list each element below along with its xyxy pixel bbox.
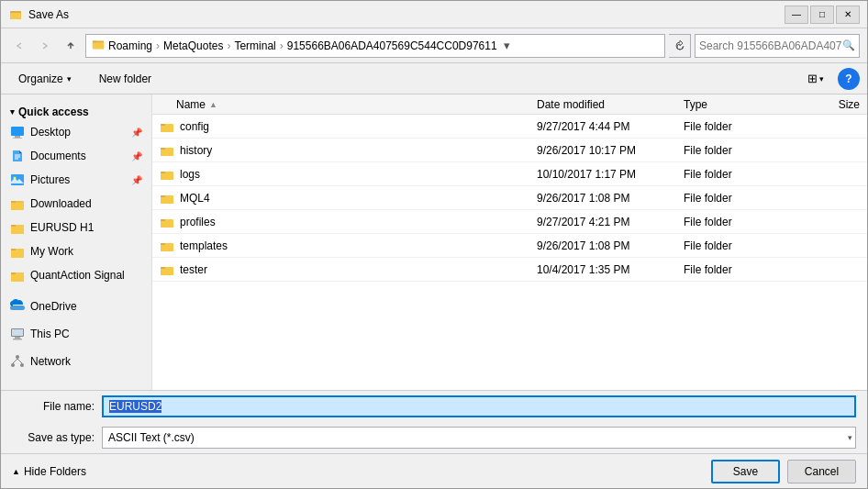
file-type-cell: File folder [684, 168, 794, 181]
save-button[interactable]: Save [711, 460, 780, 483]
svg-rect-27 [10, 306, 25, 310]
network-label: Network [30, 355, 71, 368]
filetype-row: Save as type: ASCII Text (*.csv)CSV (*.c… [1, 422, 867, 453]
file-rows-container: config 9/27/2017 4:44 PM File folder his… [152, 115, 867, 282]
organize-button[interactable]: Organize ▾ [8, 68, 82, 90]
sidebar-item-desktop[interactable]: Desktop 📌 [1, 120, 151, 144]
sidebar-item-pictures[interactable]: Pictures 📌 [1, 168, 151, 192]
view-dropdown-icon: ▾ [819, 74, 824, 83]
svg-rect-53 [161, 245, 173, 251]
file-type-cell: File folder [684, 263, 794, 276]
svg-point-33 [11, 363, 15, 367]
cancel-button[interactable]: Cancel [787, 460, 856, 483]
sidebar-item-eurusd[interactable]: EURUSD H1 [1, 216, 151, 239]
hide-folders-button[interactable]: ▲ Hide Folders [12, 465, 704, 478]
filename-input[interactable] [102, 395, 856, 417]
address-breadcrumb[interactable]: Roaming › MetaQuotes › Terminal › 915566… [85, 34, 665, 58]
breadcrumb-dropdown-button[interactable]: ▾ [499, 34, 516, 58]
filetype-select[interactable]: ASCII Text (*.csv)CSV (*.csv)Text (*.txt… [102, 427, 856, 449]
search-input[interactable] [699, 39, 842, 52]
svg-rect-41 [161, 150, 173, 156]
svg-rect-26 [11, 272, 16, 274]
file-name-cell: tester [152, 262, 537, 277]
table-row[interactable]: templates 9/26/2017 1:08 PM File folder [152, 234, 867, 258]
action-row: ▲ Hide Folders Save Cancel [1, 453, 867, 488]
table-row[interactable]: tester 10/4/2017 1:35 PM File folder [152, 258, 867, 282]
forward-button[interactable] [34, 35, 56, 57]
dialog-save-as: Save As — □ ✕ Roaming › MetaQuotes › [0, 0, 868, 489]
table-row[interactable]: MQL4 9/26/2017 1:08 PM File folder [152, 186, 867, 210]
svg-rect-31 [13, 339, 22, 340]
search-box[interactable]: 🔍 [695, 34, 860, 58]
filename-label: File name: [12, 400, 95, 413]
hide-folders-label: Hide Folders [24, 465, 86, 478]
up-button[interactable] [60, 35, 82, 57]
file-date-cell: 9/26/2017 1:08 PM [537, 239, 684, 252]
quick-access-label: Quick access [18, 106, 89, 118]
svg-rect-51 [161, 219, 165, 221]
file-date-cell: 9/27/2017 4:21 PM [537, 216, 684, 228]
maximize-button[interactable]: □ [810, 6, 834, 24]
header-date[interactable]: Date modified [537, 98, 684, 111]
desktop-label: Desktop [30, 126, 71, 139]
view-button[interactable]: ⊞ ▾ [801, 68, 830, 90]
minimize-button[interactable]: — [785, 6, 808, 24]
sidebar-item-documents[interactable]: Documents 📌 [1, 144, 151, 168]
breadcrumb-metaquotes[interactable]: MetaQuotes [163, 39, 223, 52]
toolbar: Organize ▾ New folder ⊞ ▾ ? [1, 63, 867, 94]
quick-access-section[interactable]: ▾ Quick access [1, 100, 151, 120]
file-date-cell: 9/26/2017 1:08 PM [537, 192, 684, 205]
sidebar-item-mywork[interactable]: My Work [1, 239, 151, 263]
svg-point-34 [20, 363, 24, 367]
svg-rect-47 [161, 197, 173, 204]
thispc-icon [10, 327, 25, 341]
sidebar-item-network[interactable]: Network [1, 350, 151, 373]
back-button[interactable] [8, 35, 30, 57]
breadcrumb-terminal[interactable]: Terminal [234, 39, 275, 52]
svg-rect-57 [161, 267, 165, 269]
svg-rect-42 [161, 148, 165, 150]
header-name[interactable]: Name ▲ [152, 98, 537, 111]
svg-rect-39 [161, 124, 165, 126]
help-button[interactable]: ? [838, 68, 860, 90]
svg-rect-22 [11, 250, 24, 258]
table-row[interactable]: logs 10/10/2017 1:17 PM File folder [152, 162, 867, 186]
table-row[interactable]: history 9/26/2017 10:17 PM File folder [152, 139, 867, 162]
svg-rect-44 [161, 173, 173, 180]
table-row[interactable]: profiles 9/27/2017 4:21 PM File folder [152, 210, 867, 234]
svg-rect-19 [11, 227, 24, 234]
file-type-cell: File folder [684, 120, 794, 133]
svg-rect-6 [11, 127, 24, 136]
svg-rect-23 [11, 249, 16, 250]
downloaded-label: Downloaded [30, 197, 92, 210]
file-name-cell: profiles [152, 215, 537, 229]
svg-rect-45 [161, 172, 165, 173]
organize-label: Organize [18, 72, 63, 85]
file-type-cell: File folder [684, 239, 794, 252]
svg-rect-56 [161, 269, 173, 275]
quick-access-arrow: ▾ [10, 107, 15, 117]
file-name-cell: logs [152, 167, 537, 182]
svg-rect-38 [161, 126, 173, 132]
main-area: ▾ Quick access Desktop 📌 Documents 📌 [1, 94, 867, 390]
refresh-button[interactable] [669, 34, 691, 58]
header-size-label: Size [839, 98, 860, 111]
close-button[interactable]: ✕ [836, 6, 860, 24]
breadcrumb-terminal-id[interactable]: 915566BA06ADA407569C544CC0D97611 [287, 39, 497, 52]
sidebar-item-quantaction[interactable]: QuantAction Signal [1, 263, 151, 287]
svg-rect-4 [93, 42, 104, 49]
breadcrumb-roaming[interactable]: Roaming [108, 39, 152, 52]
search-icon[interactable]: 🔍 [842, 39, 855, 51]
file-date-cell: 10/10/2017 1:17 PM [537, 168, 684, 181]
table-row[interactable]: config 9/27/2017 4:44 PM File folder [152, 115, 867, 139]
filename-row: File name: [1, 391, 867, 422]
sidebar-item-thispc[interactable]: This PC [1, 322, 151, 346]
new-folder-button[interactable]: New folder [89, 68, 161, 90]
sidebar-item-downloaded[interactable]: Downloaded [1, 192, 151, 216]
header-size[interactable]: Size [794, 98, 867, 111]
new-folder-label: New folder [99, 72, 151, 85]
pictures-pin-icon: 📌 [131, 175, 142, 185]
sidebar-item-onedrive[interactable]: OneDrive [1, 295, 151, 318]
header-type[interactable]: Type [684, 98, 794, 111]
file-name-cell: templates [152, 239, 537, 253]
